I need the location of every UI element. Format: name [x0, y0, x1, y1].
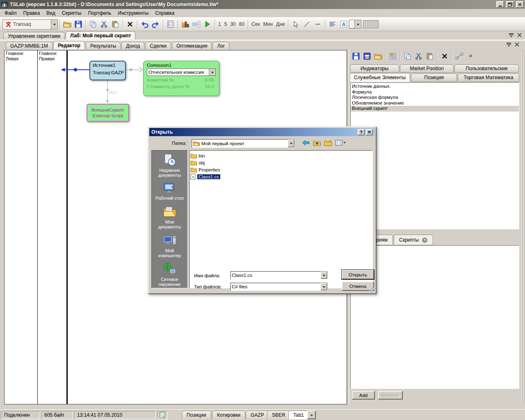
- tab-service-elements[interactable]: Служебные Элементы: [349, 73, 410, 82]
- tab-results[interactable]: Результаты: [86, 42, 121, 49]
- tab-position[interactable]: Позиция: [411, 73, 457, 82]
- new-folder-icon[interactable]: [324, 139, 332, 146]
- remove-button[interactable]: Remove: [378, 391, 403, 399]
- tab-lab-first-script[interactable]: Лаб: Мой первый скрипт: [66, 31, 135, 39]
- cut-button[interactable]: [98, 19, 110, 30]
- bottom-tab-sber[interactable]: SBER: [267, 411, 290, 419]
- rp-grid-button[interactable]: [387, 51, 398, 62]
- place-network[interactable]: Сетевое окружение: [154, 263, 186, 287]
- rp-delete-button[interactable]: [439, 51, 450, 62]
- rp-link-button[interactable]: [454, 51, 465, 62]
- open-button[interactable]: [62, 19, 73, 30]
- close-panel-icon[interactable]: [515, 42, 519, 47]
- bottom-tab-gazp[interactable]: GAZP: [246, 411, 269, 419]
- transaq-dropdown-button[interactable]: [51, 20, 57, 29]
- list-item-formula[interactable]: Формула: [351, 89, 519, 95]
- tab-market-position[interactable]: Market Position: [400, 64, 454, 73]
- color-swatch[interactable]: [363, 20, 379, 28]
- bottom-tab-quotes[interactable]: Котировки: [212, 411, 245, 419]
- place-recent-documents[interactable]: Недавние документы: [154, 154, 186, 178]
- file-list[interactable]: bin obj Properties # Class1.cs: [189, 150, 373, 288]
- comission-dropdown-button[interactable]: [209, 69, 215, 75]
- bottom-tab-tab1[interactable]: Tab1: [288, 411, 309, 419]
- tab-log[interactable]: Лог: [212, 42, 229, 49]
- line-tool-button[interactable]: [301, 19, 312, 30]
- place-my-documents[interactable]: Мои документы: [154, 205, 186, 229]
- bottom-tab-positions[interactable]: Позиции: [182, 411, 211, 419]
- menu-scripts[interactable]: Скрипты: [59, 9, 85, 17]
- source-block[interactable]: Источник1 Transaq:GAZP: [89, 61, 126, 80]
- tab-deals[interactable]: Сделки: [145, 42, 171, 49]
- comission-block[interactable]: Comission1 Относительная комиссия Комисс…: [143, 61, 219, 96]
- tab-gazp-mmvb-1m[interactable]: GAZP:ММВБ:1М: [6, 42, 52, 49]
- delete-button[interactable]: [124, 19, 135, 30]
- interval-30[interactable]: 30: [228, 21, 237, 27]
- tab-custom[interactable]: Пользовательские: [454, 64, 519, 73]
- menu-tools[interactable]: Инструменты: [114, 9, 152, 17]
- run-button[interactable]: [202, 19, 213, 30]
- copy-button[interactable]: [87, 19, 98, 30]
- rp-paste-button[interactable]: [424, 51, 435, 62]
- comission-type-dropdown[interactable]: Относительная комиссия: [147, 68, 216, 76]
- tab-close-icon[interactable]: ✕: [422, 237, 427, 243]
- place-my-computer[interactable]: Мой компьютер: [154, 234, 186, 258]
- transaq-combo[interactable]: Transaq: [2, 19, 58, 30]
- tab-scripts[interactable]: Скрипты ✕: [394, 235, 433, 245]
- interval-1[interactable]: 1: [217, 21, 223, 27]
- collapse-panel-icon[interactable]: [509, 33, 514, 37]
- tab-trading-math[interactable]: Торговая Математика: [458, 73, 519, 82]
- rp-save-as-button[interactable]: AS: [361, 51, 372, 62]
- add-button[interactable]: Add: [352, 391, 375, 399]
- save-button[interactable]: [73, 19, 84, 30]
- paste-button[interactable]: [110, 19, 121, 30]
- properties-button[interactable]: [165, 19, 176, 30]
- tab-income[interactable]: Доход: [121, 42, 144, 49]
- close-panel-icon[interactable]: [517, 33, 522, 37]
- minimize-button[interactable]: [496, 1, 504, 8]
- place-desktop[interactable]: Рабочий стол: [154, 182, 186, 201]
- style-dropdown-button[interactable]: [354, 20, 361, 28]
- filetype-dropdown-button[interactable]: [321, 283, 327, 290]
- folder-row-obj[interactable]: obj: [190, 159, 372, 166]
- filetype-combo[interactable]: C# files: [230, 283, 328, 291]
- open-confirm-button[interactable]: Открыть: [342, 270, 374, 279]
- list-item-logic-formula[interactable]: Логическая формула: [351, 95, 519, 100]
- menu-help[interactable]: Справка: [152, 9, 178, 17]
- menu-portfolio[interactable]: Портфель: [85, 9, 115, 17]
- unit-day[interactable]: Дни: [274, 21, 286, 27]
- list-item-external-script[interactable]: Внешний скрипт: [351, 106, 519, 112]
- list-item-updatable-value[interactable]: Обновляемое значение: [351, 100, 519, 106]
- hline-tool-button[interactable]: [312, 19, 323, 30]
- style-dropdown[interactable]: [349, 20, 361, 29]
- tab-indicators[interactable]: Индикаторы: [350, 64, 399, 73]
- interval-5[interactable]: 5: [223, 21, 229, 27]
- folder-combo[interactable]: Мой первый проект: [192, 139, 295, 148]
- unit-sec[interactable]: Сек: [250, 21, 262, 27]
- menu-edit[interactable]: Правка: [20, 9, 43, 17]
- flow-diagram-button[interactable]: [191, 19, 202, 30]
- filename-combo[interactable]: Class1.cs: [230, 271, 328, 279]
- menu-view[interactable]: Вид: [43, 9, 59, 17]
- collapse-panel-icon[interactable]: [506, 42, 511, 47]
- interval-60[interactable]: 60: [237, 21, 246, 27]
- rp-copy-button[interactable]: [402, 51, 413, 62]
- redo-button[interactable]: [150, 19, 161, 30]
- filename-dropdown-button[interactable]: [321, 272, 327, 279]
- views-icon[interactable]: [335, 139, 346, 146]
- unit-min[interactable]: Мин: [262, 21, 274, 27]
- folder-row-bin[interactable]: bin: [190, 152, 372, 159]
- new-tab-button[interactable]: +: [307, 411, 316, 419]
- mini-sheet-panel[interactable]: s: [157, 411, 168, 419]
- folder-dropdown-button[interactable]: [288, 139, 294, 147]
- restore-button[interactable]: [506, 1, 514, 8]
- rp-unlink-button[interactable]: [465, 51, 476, 62]
- pointer-tool-button[interactable]: [290, 19, 301, 30]
- align-tool-button[interactable]: [327, 19, 338, 30]
- close-button[interactable]: [516, 1, 524, 8]
- text-tool-button[interactable]: A: [338, 19, 349, 30]
- rp-open-button[interactable]: [372, 51, 383, 62]
- file-row-class1[interactable]: # Class1.cs: [190, 173, 372, 180]
- tab-script-management[interactable]: Управление скриптами: [3, 32, 65, 39]
- undo-button[interactable]: [139, 19, 150, 30]
- menu-file[interactable]: Файл: [1, 9, 20, 17]
